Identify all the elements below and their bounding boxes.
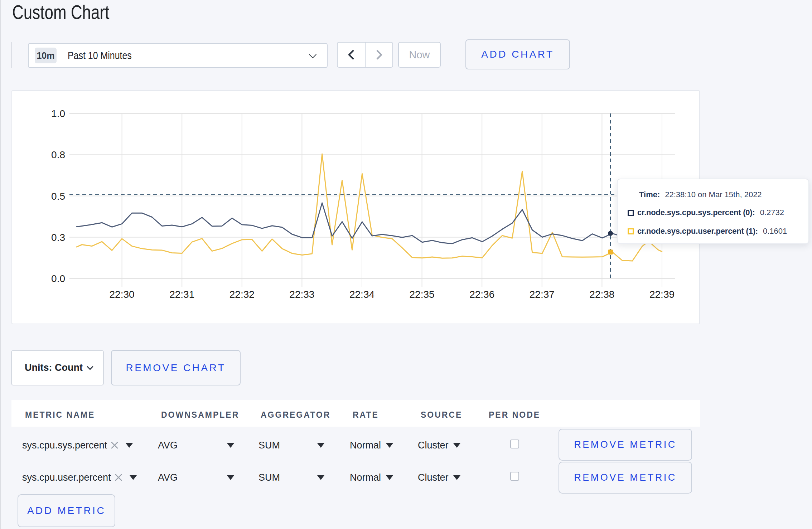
svg-text:22:33: 22:33 (289, 289, 314, 300)
svg-text:22:37: 22:37 (530, 289, 555, 300)
svg-text:0.8: 0.8 (51, 149, 65, 160)
svg-text:0.5: 0.5 (51, 191, 65, 202)
svg-text:22:35: 22:35 (410, 289, 435, 300)
svg-text:22:36: 22:36 (469, 289, 494, 300)
svg-text:0.3: 0.3 (51, 232, 65, 243)
svg-text:0.0: 0.0 (51, 273, 65, 284)
svg-text:22:30: 22:30 (110, 289, 135, 300)
svg-text:22:34: 22:34 (349, 289, 374, 300)
svg-text:1.0: 1.0 (51, 108, 65, 119)
svg-text:22:38: 22:38 (589, 289, 614, 300)
svg-text:22:31: 22:31 (169, 289, 194, 300)
svg-text:22:39: 22:39 (649, 289, 675, 300)
svg-text:22:32: 22:32 (229, 289, 255, 300)
